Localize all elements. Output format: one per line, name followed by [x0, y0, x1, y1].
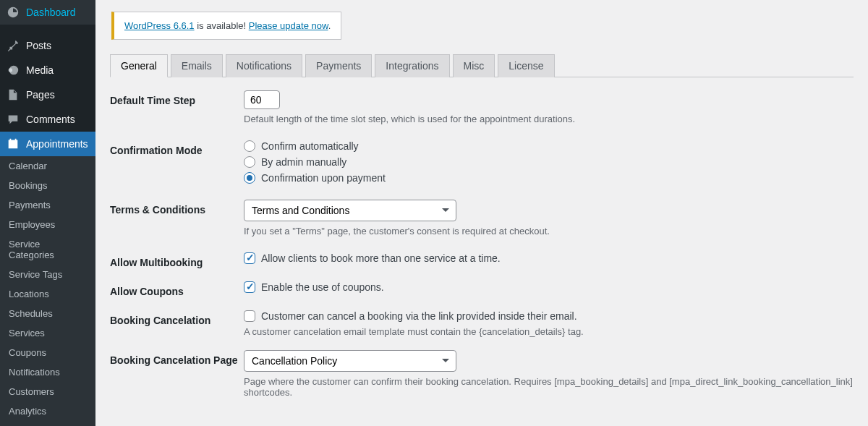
desc-terms: If you set a "Terms" page, the customer'…: [244, 226, 854, 237]
radio-confirm-auto[interactable]: [244, 140, 255, 152]
label-default-time-step: Default Time Step: [110, 90, 244, 106]
media-icon: [6, 63, 20, 77]
sidebar-label: Posts: [26, 40, 51, 51]
calendar-icon: [6, 137, 20, 151]
sidebar-label: Media: [26, 64, 54, 76]
checkbox-cancelation[interactable]: [244, 310, 255, 322]
tab-payments[interactable]: Payments: [305, 54, 372, 77]
main-content: WordPress 6.6.1 is available! Please upd…: [95, 0, 868, 426]
cancelation-page-select[interactable]: Cancellation Policy: [244, 350, 456, 372]
sub-service-tags[interactable]: Service Tags: [0, 265, 95, 284]
sub-schedules[interactable]: Schedules: [0, 304, 95, 323]
wp-version-link[interactable]: WordPress 6.6.1: [124, 20, 195, 31]
sub-calendar[interactable]: Calendar: [0, 156, 95, 176]
radio-confirm-payment[interactable]: [244, 172, 255, 184]
desc-cancelation-page: Page where the customer can confirm thei…: [244, 376, 854, 398]
sidebar-label: Appointments: [26, 138, 88, 150]
desc-default-time-step: Default length of the time slot step, wh…: [244, 114, 854, 124]
sub-employees[interactable]: Employees: [0, 215, 95, 234]
pin-icon: [6, 38, 20, 53]
label-booking-cancelation: Booking Cancelation: [110, 310, 244, 326]
tab-license[interactable]: License: [498, 54, 554, 77]
radio-label: Confirmation upon payment: [261, 172, 386, 184]
label-multibooking: Allow Multibooking: [110, 252, 244, 268]
settings-tabs: General Emails Notifications Payments In…: [110, 54, 854, 77]
sub-coupons[interactable]: Coupons: [0, 343, 95, 362]
sidebar-item-pages[interactable]: Pages: [0, 82, 95, 107]
tab-emails[interactable]: Emails: [171, 54, 223, 77]
sidebar-item-posts[interactable]: Posts: [0, 33, 95, 58]
terms-select[interactable]: Terms and Conditions: [244, 200, 456, 221]
dashboard-icon: [6, 5, 20, 20]
sidebar-item-comments[interactable]: Comments: [0, 107, 95, 132]
sidebar-label: Dashboard: [26, 7, 76, 18]
sub-bookings[interactable]: Bookings: [0, 176, 95, 195]
sidebar-item-dashboard[interactable]: Dashboard: [0, 0, 95, 25]
label-cancelation-page: Booking Cancelation Page: [110, 350, 244, 366]
sidebar-item-media[interactable]: Media: [0, 58, 95, 82]
checkbox-multibooking[interactable]: [244, 252, 255, 264]
radio-label: By admin manually: [261, 156, 346, 168]
default-time-step-input[interactable]: [244, 90, 280, 109]
sub-service-categories[interactable]: Service Categories: [0, 234, 95, 265]
checkbox-label: Enable the use of coupons.: [261, 281, 384, 293]
sidebar-label: Comments: [26, 114, 75, 125]
sub-analytics[interactable]: Analytics: [0, 401, 95, 421]
sub-notifications[interactable]: Notifications: [0, 362, 95, 382]
label-confirmation-mode: Confirmation Mode: [110, 140, 244, 156]
update-notice: WordPress 6.6.1 is available! Please upd…: [111, 12, 341, 40]
sidebar-item-appointments[interactable]: Appointments: [0, 132, 95, 156]
tab-notifications[interactable]: Notifications: [226, 54, 302, 77]
radio-label: Confirm automatically: [261, 140, 359, 152]
radio-confirm-admin[interactable]: [244, 156, 255, 168]
comments-icon: [6, 112, 20, 127]
tab-misc[interactable]: Misc: [453, 54, 495, 77]
checkbox-label: Customer can cancel a booking via the li…: [261, 310, 577, 322]
sub-services[interactable]: Services: [0, 323, 95, 343]
sidebar-submenu: Calendar Bookings Payments Employees Ser…: [0, 156, 95, 426]
tab-general[interactable]: General: [110, 54, 168, 77]
label-coupons: Allow Coupons: [110, 281, 244, 297]
label-terms: Terms & Conditions: [110, 200, 244, 216]
admin-sidebar: Dashboard Posts Media Pages Comments App…: [0, 0, 95, 426]
notice-text: is available!: [195, 20, 249, 31]
page-icon: [6, 88, 20, 102]
desc-cancelation: A customer cancelation email template mu…: [244, 326, 854, 337]
svg-point-0: [9, 68, 12, 72]
sidebar-label: Pages: [26, 89, 55, 101]
sub-customers[interactable]: Customers: [0, 382, 95, 401]
sub-payments[interactable]: Payments: [0, 195, 95, 215]
sub-shortcodes[interactable]: Shortcodes: [0, 421, 95, 426]
checkbox-coupons[interactable]: [244, 281, 255, 293]
checkbox-label: Allow clients to book more than one serv…: [261, 252, 501, 264]
update-now-link[interactable]: Please update now: [249, 20, 328, 31]
tab-integrations[interactable]: Integrations: [375, 54, 449, 77]
notice-tail: .: [328, 20, 331, 31]
sub-locations[interactable]: Locations: [0, 284, 95, 304]
